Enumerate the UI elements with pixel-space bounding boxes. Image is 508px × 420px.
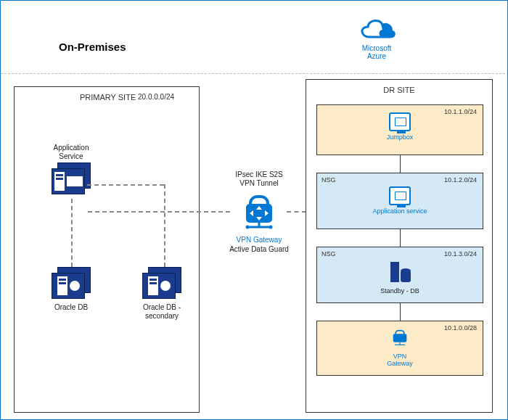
- subnet-caption: VPNGateway: [317, 353, 483, 368]
- server-stack-icon: [52, 162, 91, 194]
- svg-point-9: [269, 226, 273, 229]
- dr-site-title: DR SITE: [306, 86, 492, 94]
- divider: [1, 73, 508, 74]
- subnet-caption: Application service: [317, 208, 483, 215]
- nsg-label: NSG: [321, 176, 336, 184]
- svg-point-8: [246, 226, 250, 229]
- subnet-caption: Jumpbox: [317, 134, 483, 141]
- connector: [164, 184, 165, 267]
- primary-site-box: PRIMARY SITE 20.0.0.0/24 ApplicationServ…: [14, 86, 200, 413]
- svg-rect-11: [393, 334, 407, 342]
- architecture-diagram: On-Premises Microsoft Azure PRIMARY SITE…: [0, 0, 508, 420]
- connector: [87, 184, 164, 186]
- onprem-heading: On-Premises: [59, 41, 126, 53]
- oracle-db-node: Oracle DB: [42, 267, 100, 312]
- server-stack-icon: [52, 267, 91, 299]
- vm-icon: [389, 186, 411, 205]
- primary-site-title: PRIMARY SITE: [80, 93, 136, 102]
- subnet-vpn-gateway: 10.1.0.0/28 VPNGateway: [316, 321, 483, 376]
- oracle-db-label: Oracle DB: [42, 303, 100, 312]
- nsg-label: NSG: [321, 250, 336, 258]
- subnet-app-service: NSG 10.1.2.0/24 Application service: [316, 173, 483, 229]
- connector: [400, 229, 401, 247]
- subnet-standby-db: NSG 10.1.3.0/24 Standby - DB: [316, 247, 483, 303]
- connector: [71, 199, 73, 267]
- connector: [400, 155, 401, 173]
- vpn-tunnel-label: IPsec IKE S2SVPN Tunnel: [223, 170, 295, 188]
- vpn-gateway-icon: [242, 192, 276, 233]
- server-stack-icon: [142, 267, 181, 299]
- subnet-caption: Standby - DB: [317, 288, 483, 295]
- azure-label: Microsoft Azure: [356, 44, 397, 60]
- database-server-icon: [388, 260, 412, 285]
- cloud-icon: [356, 15, 397, 41]
- subnet-cidr: 10.1.2.0/24: [444, 176, 477, 184]
- oracle-db-secondary-node: Oracle DB -secondary: [129, 267, 194, 320]
- connector: [400, 303, 401, 321]
- vpn-gateway-icon: [390, 329, 410, 347]
- dr-site-box: DR SITE 10.1.1.0/24 Jumpbox NSG 10.1.2.0…: [306, 79, 493, 413]
- connector-onprem-to-vpn: [88, 211, 230, 213]
- app-service-label: ApplicationService: [42, 144, 100, 160]
- active-data-guard-label: Active Data Guard: [223, 245, 295, 253]
- vpn-gateway-node: IPsec IKE S2SVPN Tunnel VPN Gateway Acti…: [223, 170, 295, 253]
- vpn-gateway-label: VPN Gateway: [223, 236, 295, 244]
- app-service-node: ApplicationService: [42, 144, 100, 194]
- oracle-db-secondary-label: Oracle DB -secondary: [129, 303, 194, 320]
- azure-cloud-icon: Microsoft Azure: [356, 15, 397, 60]
- subnet-jumpbox: 10.1.1.0/24 Jumpbox: [316, 104, 483, 155]
- primary-cidr: 20.0.0.0/24: [138, 93, 174, 101]
- subnet-cidr: 10.1.3.0/24: [444, 250, 477, 258]
- vm-icon: [389, 112, 411, 131]
